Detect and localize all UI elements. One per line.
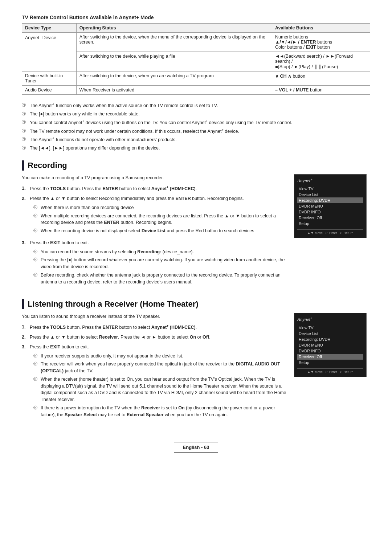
page-content: TV Remote Control Buttons Available in A…	[22, 15, 370, 453]
sub-note: When the recording device is not display…	[33, 227, 287, 235]
main-table: Device Type Operating Status Available B…	[22, 23, 370, 95]
menu-item: View TV	[297, 325, 363, 331]
sub-note: When there is more than one recording de…	[33, 204, 287, 212]
step-3-notes: You can record the source streams by sel…	[33, 248, 287, 286]
step-2: 2. Press the ▲ or ▼ button to select Rec…	[22, 195, 287, 237]
menu-item: DVDR INFO	[297, 209, 363, 215]
step-num: 2.	[22, 195, 25, 202]
step-num: 1.	[22, 185, 25, 192]
recording-section-header: Recording	[22, 160, 370, 171]
step-1: 1. Press the TOOLS button. Press the ENT…	[22, 184, 287, 193]
menu-item: View TV	[297, 186, 363, 192]
recording-left: You can make a recording of a TV program…	[22, 174, 287, 291]
menu-item-selected: Recording: DVDR	[297, 197, 363, 203]
step-2: 2. Press the ▲ or ▼ button to select Rec…	[22, 333, 287, 341]
menu-footer: ▲▼ Move ↵ Enter ↩ Return	[297, 368, 363, 374]
recording-intro: You can make a recording of a TV program…	[22, 174, 287, 181]
step-num: 1.	[22, 324, 25, 331]
section-bar	[22, 160, 24, 171]
col-device-type: Device Type	[22, 24, 77, 33]
buttons-audio: – VOL + / MUTE button	[272, 86, 370, 95]
step-num: 3.	[22, 240, 25, 246]
menu-item: Receiver: Off	[297, 215, 363, 221]
menu-item: Setup	[297, 360, 363, 365]
listening-section-header: Listening through a Receiver (Home Theat…	[22, 299, 370, 309]
buttons-anynet-1: Numeric buttons ▲/▼/◄/► / ENTER buttons …	[272, 33, 370, 52]
menu-item: Setup	[297, 221, 363, 226]
table-row: Anynet+ Device After switching to the de…	[22, 33, 370, 52]
sub-note: When the receiver (home theater) is set …	[33, 375, 287, 404]
menu-item-selected: Receiver: Off	[297, 354, 363, 360]
step-num: 2.	[22, 334, 25, 341]
anynet-menu-listening: Anynet+ View TV Device List Recording: D…	[294, 313, 367, 377]
menu-item: Device List	[297, 192, 363, 197]
step-2-notes: When there is more than one recording de…	[33, 204, 287, 235]
listening-left: You can listen to sound through a receiv…	[22, 313, 287, 424]
step-3: 3. Press the EXIT button to exit. You ca…	[22, 239, 287, 289]
sub-note: You can record the source streams by sel…	[33, 248, 287, 256]
status-anynet-1: After switching to the device, when the …	[76, 33, 272, 52]
recording-right: Anynet+ View TV Device List Recording: D…	[294, 174, 370, 238]
table-row: Device with built-in Tuner After switchi…	[22, 71, 370, 86]
section-bar	[22, 299, 24, 309]
col-operating-status: Operating Status	[76, 24, 272, 33]
listening-steps: 1. Press the TOOLS button. Press the ENT…	[22, 323, 287, 421]
step-3: 3. Press the EXIT button to exit. If you…	[22, 343, 287, 421]
note-item: The [◄◄], [►►] operations may differ dep…	[22, 144, 370, 152]
note-item: You cannot control Anynet+ devices using…	[22, 118, 370, 127]
sub-note: Before recording, check whether the ante…	[33, 271, 287, 286]
menu-item: DVDR MENU	[297, 203, 363, 209]
menu-item: DVDR MENU	[297, 342, 363, 348]
recording-content: You can make a recording of a TV program…	[22, 174, 370, 291]
recording-title: Recording	[28, 161, 67, 170]
footer-box: English - 63	[174, 442, 219, 453]
device-anynet: Anynet+ Device	[22, 33, 77, 71]
page-footer: English - 63	[22, 438, 370, 453]
sub-note: If there is a power interruption to the …	[33, 404, 287, 419]
listening-intro: You can listen to sound through a receiv…	[22, 313, 287, 320]
device-audio: Audio Device	[22, 86, 77, 95]
anynet-menu-recording: Anynet+ View TV Device List Recording: D…	[294, 174, 367, 238]
table-row: Audio Device When Receiver is activated …	[22, 86, 370, 95]
sub-note: The receiver will work when you have pro…	[33, 360, 287, 375]
step-num: 3.	[22, 344, 25, 351]
buttons-tuner: ∨ CH ∧ button	[272, 71, 370, 86]
menu-footer: ▲▼ Move ↵ Enter ↩ Return	[297, 229, 363, 235]
step-3-notes: If your receiver supports audio only, it…	[33, 352, 287, 419]
status-audio: When Receiver is activated	[76, 86, 272, 95]
sub-note: When multiple recording devices are conn…	[33, 212, 287, 227]
sub-note: If your receiver supports audio only, it…	[33, 352, 287, 360]
note-item: The [●] button works only while in the r…	[22, 110, 370, 118]
sub-note: Pressing the [●] button will record what…	[33, 256, 287, 271]
menu-logo: Anynet+	[297, 316, 363, 322]
menu-logo: Anynet+	[297, 177, 363, 184]
menu-item: Recording: DVDR	[297, 336, 363, 342]
menu-item: Device List	[297, 331, 363, 336]
table-section: TV Remote Control Buttons Available in A…	[22, 15, 370, 95]
step-1: 1. Press the TOOLS button. Press the ENT…	[22, 323, 287, 332]
status-anynet-2: After switching to the device, while pla…	[76, 52, 272, 71]
col-available-buttons: Available Buttons	[272, 24, 370, 33]
menu-item: DVDR INFO	[297, 348, 363, 354]
note-item: The Anynet+ function only works when the…	[22, 101, 370, 110]
device-tuner: Device with built-in Tuner	[22, 71, 77, 86]
buttons-anynet-2: ◄◄(Backward search) / ►►(Forward search)…	[272, 52, 370, 71]
listening-title: Listening through a Receiver (Home Theat…	[28, 299, 199, 309]
table-title: TV Remote Control Buttons Available in A…	[22, 15, 370, 20]
table-notes: The Anynet+ function only works when the…	[22, 101, 370, 152]
note-item: The Anynet+ functions do not operate wit…	[22, 135, 370, 144]
status-tuner: After switching to the device, when you …	[76, 71, 272, 86]
recording-steps: 1. Press the TOOLS button. Press the ENT…	[22, 184, 287, 288]
listening-right: Anynet+ View TV Device List Recording: D…	[294, 313, 370, 377]
note-item: The TV remote control may not work under…	[22, 127, 370, 136]
listening-content: You can listen to sound through a receiv…	[22, 313, 370, 424]
